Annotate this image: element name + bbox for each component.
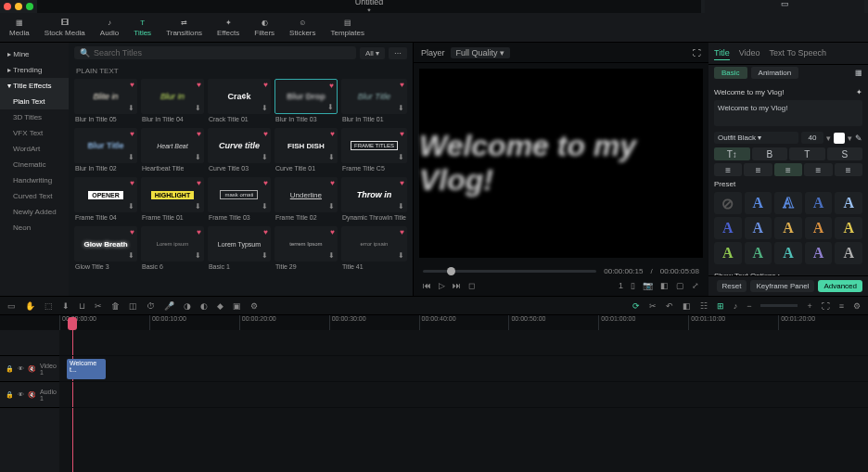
lane-2[interactable] — [59, 382, 868, 408]
download-icon[interactable]: ⬇ — [328, 251, 335, 260]
speed-icon[interactable]: ⏱ — [147, 301, 155, 311]
download-icon[interactable]: ⬇ — [195, 104, 201, 112]
thumb-dynamic-throwin-title[interactable]: Throw in♥⬇Dynamic ThrowIn Title — [341, 177, 407, 223]
preset-0[interactable]: ⊘ — [714, 192, 742, 214]
heart-icon[interactable]: ♥ — [400, 81, 404, 89]
tab-text-to-speech[interactable]: Text To Speech — [770, 46, 826, 60]
preset-12[interactable]: A — [774, 242, 802, 264]
sidebar-newly-added[interactable]: Newly Added — [0, 204, 69, 220]
preset-11[interactable]: A — [745, 242, 772, 264]
preset-1[interactable]: A — [745, 192, 772, 214]
heart-icon[interactable]: ♥ — [330, 228, 335, 236]
track-head-spacer[interactable] — [0, 330, 59, 356]
heart-icon[interactable]: ♥ — [263, 130, 268, 138]
download-icon[interactable]: ⬇ — [328, 153, 335, 161]
timeline-ruler[interactable]: 00:00:00:0000:00:10:0000:00:20:0000:00:3… — [0, 315, 868, 330]
align-btn-0[interactable]: ≡ — [714, 163, 742, 176]
download-icon[interactable]: ⬇ — [128, 153, 134, 161]
heart-icon[interactable]: ♥ — [130, 179, 134, 187]
thumb-blur-in-title-05[interactable]: Blite in♥⬇Blur In Title 05 — [74, 79, 137, 124]
next-frame-icon[interactable]: ⏭ — [453, 281, 461, 290]
thumb-frame-title-03[interactable]: mask ornati♥⬇Frame Title 03 — [208, 177, 271, 223]
eyedropper-icon[interactable]: ✎ — [855, 134, 862, 143]
sidebar-title-effects[interactable]: ▾ Title Effects — [0, 78, 69, 94]
thumb-blur-in-title-02[interactable]: Blur Title♥⬇Blur In Title 02 — [74, 128, 137, 173]
ribbon-filters[interactable]: ◐Filters — [252, 15, 276, 40]
thumb-crack-title-01[interactable]: Cra¢k♥⬇Crack Title 01 — [208, 79, 271, 124]
ribbon-templates[interactable]: ▤Templates — [329, 15, 366, 40]
preset-6[interactable]: A — [745, 217, 772, 239]
marker-icon[interactable]: ⬇ — [62, 301, 70, 311]
zoom-slider[interactable] — [760, 304, 798, 307]
sidebar-plain-text[interactable]: Plain Text — [0, 94, 69, 109]
prev-frame-icon[interactable]: ⏮ — [423, 281, 431, 290]
preset-8[interactable]: A — [805, 217, 833, 239]
select-icon[interactable]: ⬚ — [45, 301, 53, 311]
heart-icon[interactable]: ♥ — [197, 228, 201, 236]
tl-zoomin-icon[interactable]: + — [807, 301, 811, 311]
fullscreen-icon[interactable]: ⛶ — [693, 48, 701, 57]
minimize-icon[interactable]: ▭ — [780, 0, 789, 8]
delete-icon[interactable]: 🗑 — [111, 301, 120, 311]
thumb-frame-title-01[interactable]: HIGHLIGHT♥⬇Frame Title 01 — [141, 177, 204, 223]
thumb-blur-in-title-01[interactable]: Blur Title♥⬇Blur In Title 01 — [341, 79, 407, 124]
sidebar-trending[interactable]: ▸ Trending — [0, 62, 69, 78]
track-head-Audio 1[interactable]: 🔒👁🔇Audio 1 — [0, 382, 59, 408]
heart-icon[interactable]: ♥ — [263, 228, 268, 236]
preset-7[interactable]: A — [774, 217, 802, 239]
thumb-frame-title-02[interactable]: Underline♥⬇Frame Title 02 — [274, 177, 338, 223]
ribbon-titles[interactable]: TTitles — [132, 15, 153, 40]
tab-title[interactable]: Title — [714, 46, 730, 60]
render-icon[interactable]: ⟳ — [632, 301, 640, 311]
download-icon[interactable]: ⬇ — [128, 202, 134, 210]
thumb-blur-in-title-04[interactable]: Blur In♥⬇Blur In Title 04 — [141, 79, 204, 124]
grid-icon[interactable]: ▦ — [855, 69, 862, 77]
ribbon-media[interactable]: ▦Media — [7, 15, 32, 40]
quality-select[interactable]: Full Quality ▾ — [451, 47, 511, 58]
reset-button[interactable]: Reset — [717, 280, 747, 292]
color-swatch[interactable] — [834, 133, 845, 144]
sidebar-cinematic[interactable]: Cinematic — [0, 157, 69, 172]
search-input[interactable]: 🔍 Search Titles — [74, 46, 356, 59]
sidebar-vfx-text[interactable]: VFX Text — [0, 125, 69, 141]
text-group-label[interactable]: Welcome to my Vlog! ✦ — [714, 88, 862, 96]
thumb-frame-title-c5[interactable]: FRAME TITLES♥⬇Frame Title C5 — [341, 128, 407, 173]
cut-icon[interactable]: ✂ — [95, 301, 102, 311]
advanced-button[interactable]: Advanced — [818, 280, 862, 292]
sidebar-neon[interactable]: Neon — [0, 220, 69, 236]
pointer-icon[interactable]: ▭ — [7, 301, 16, 311]
compare-icon[interactable]: ▯ — [631, 281, 635, 290]
style-btn-2[interactable]: T — [789, 147, 825, 160]
preset-4[interactable]: A — [835, 192, 862, 214]
group-icon[interactable]: ▣ — [233, 301, 241, 311]
sidebar-curved-text[interactable]: Curved Text — [0, 188, 69, 204]
heart-icon[interactable]: ♥ — [130, 130, 134, 138]
download-icon[interactable]: ⬇ — [327, 103, 334, 111]
download-icon[interactable]: ⬇ — [195, 153, 201, 161]
heart-icon[interactable]: ♥ — [130, 228, 134, 236]
clip-title[interactable]: Welcome t... — [67, 359, 106, 379]
align-btn-2[interactable]: ≡ — [774, 163, 802, 176]
tl-crop-icon[interactable]: ✂ — [649, 301, 657, 311]
tab-video[interactable]: Video — [739, 46, 760, 60]
heart-icon[interactable]: ♥ — [400, 228, 404, 236]
download-icon[interactable]: ⬇ — [398, 251, 404, 260]
style-btn-3[interactable]: S — [827, 147, 863, 160]
heart-icon[interactable]: ♥ — [130, 81, 134, 89]
heart-icon[interactable]: ♥ — [400, 179, 404, 187]
style-btn-0[interactable]: T↕ — [714, 147, 750, 160]
keyframe-icon[interactable]: ◆ — [217, 301, 223, 311]
more-icon[interactable]: ⋯ — [389, 47, 407, 59]
hand-icon[interactable]: ✋ — [25, 301, 35, 311]
thumb-blur-in-title-03[interactable]: Blur Drop♥⬇Blur In Title 03 — [274, 79, 338, 124]
traffic-lights[interactable] — [4, 3, 33, 10]
download-icon[interactable]: ⬇ — [398, 104, 404, 112]
download-icon[interactable]: ⬇ — [262, 251, 268, 260]
sidebar-3d-titles[interactable]: 3D Titles — [0, 109, 69, 125]
download-icon[interactable]: ⬇ — [328, 202, 335, 210]
scrubber[interactable] — [423, 270, 596, 273]
tl-mark-icon[interactable]: ◧ — [683, 301, 691, 311]
tl-audio-icon[interactable]: ♪ — [734, 301, 738, 311]
ai-icon[interactable]: ✦ — [856, 88, 862, 96]
ribbon-audio[interactable]: ♪Audio — [98, 15, 121, 40]
